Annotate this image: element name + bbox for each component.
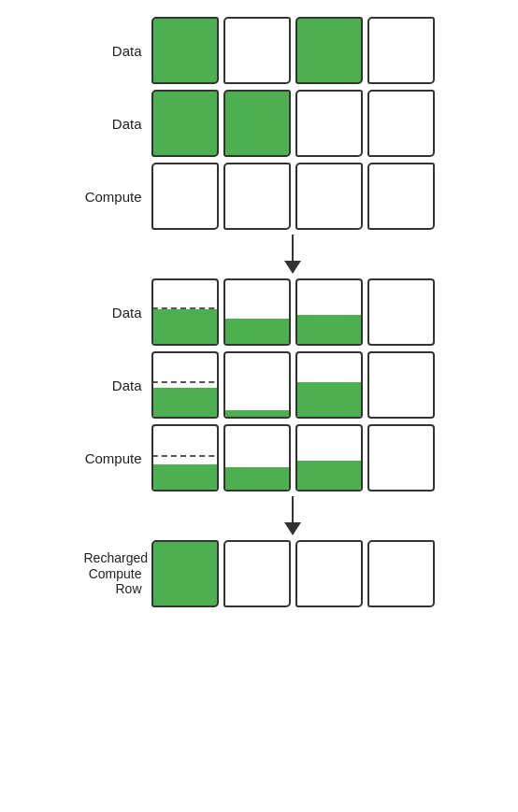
mid-cell-2-1 [151,351,219,419]
cell-t2-1 [151,90,219,157]
top-row-2-cells [151,90,435,157]
middle-row-3-cells [151,424,435,491]
mid-cell-3-3 [295,424,363,491]
arrow-2 [284,491,301,540]
middle-row-3-label: Compute [84,450,151,466]
top-row-1: Data [84,17,435,84]
bottom-label-line3: Row [115,581,141,596]
mid-cell-1-1 [151,278,219,346]
arrow-line-2 [292,496,294,522]
mid-cell-3-1 [151,424,219,491]
cell-t3-1 [151,163,219,230]
bottom-grid: Recharged Compute Row [84,540,435,607]
mid-cell-2-4 [367,351,435,419]
middle-row-3: Compute [84,424,435,491]
cell-t3-4 [367,163,435,230]
cell-t1-3 [295,17,363,84]
cell-b4 [367,540,435,607]
cell-t1-1 [151,17,219,84]
mid-cell-1-4 [367,278,435,346]
top-row-1-cells [151,17,435,84]
arrow-head-2 [284,522,301,535]
mid-cell-3-2 [223,424,291,491]
mid-cell-2-2 [223,351,291,419]
top-row-2-label: Data [84,116,151,132]
top-row-3-label: Compute [84,189,151,205]
arrow-1 [284,230,301,278]
cell-t2-2 [223,90,291,157]
mid-cell-2-3 [295,351,363,419]
bottom-label-line1: Recharged [84,550,149,565]
top-row-2: Data [84,90,435,157]
mid-cell-1-3 [295,278,363,346]
arrow-down-1 [284,235,301,274]
middle-row-2-cells [151,351,435,419]
diagram: Data Data Compute [0,0,518,617]
cell-t2-4 [367,90,435,157]
middle-row-2-label: Data [84,378,151,393]
cell-t1-2 [223,17,291,84]
arrow-head-1 [284,261,301,274]
top-row-3: Compute [84,163,435,230]
middle-row-1-label: Data [84,305,151,321]
top-row-1-label: Data [84,43,151,59]
cell-t2-3 [295,90,363,157]
middle-grid: Data Data [84,278,435,491]
bottom-cells [151,540,435,607]
bottom-label-line2: Compute [89,566,142,581]
bottom-row-1: Recharged Compute Row [84,540,435,607]
arrow-down-2 [284,496,301,535]
cell-t3-2 [223,163,291,230]
mid-cell-3-4 [367,424,435,491]
middle-row-1: Data [84,278,435,346]
top-grid: Data Data Compute [84,17,435,230]
mid-cell-1-2 [223,278,291,346]
arrow-line-1 [292,235,294,261]
cell-t3-3 [295,163,363,230]
middle-row-1-cells [151,278,435,346]
cell-b2 [223,540,291,607]
middle-row-2: Data [84,351,435,419]
top-row-3-cells [151,163,435,230]
bottom-row-label: Recharged Compute Row [84,550,151,597]
cell-b1 [151,540,219,607]
cell-b3 [295,540,363,607]
cell-t1-4 [367,17,435,84]
